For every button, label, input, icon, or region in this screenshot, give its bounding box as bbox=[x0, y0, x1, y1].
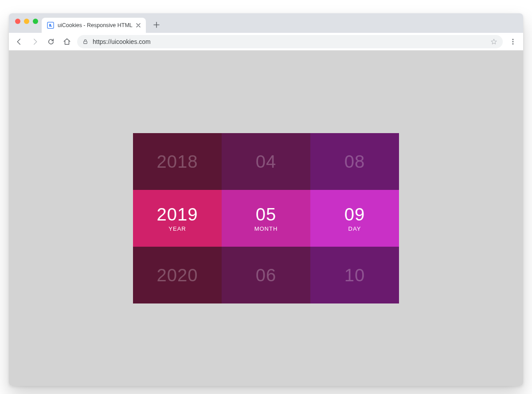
home-button[interactable] bbox=[61, 36, 73, 47]
window-minimize-button[interactable] bbox=[24, 19, 29, 24]
browser-toolbar: https://uicookies.com bbox=[9, 33, 523, 51]
month-label: MONTH bbox=[254, 225, 278, 232]
forward-button[interactable] bbox=[29, 36, 41, 47]
window-controls bbox=[12, 19, 42, 28]
tab-title: uiCookies - Responsive HTML bbox=[58, 22, 133, 28]
window-close-button[interactable] bbox=[15, 19, 20, 24]
year-next-cell[interactable]: 2020 bbox=[133, 247, 222, 303]
year-current-cell[interactable]: 2019 YEAR bbox=[133, 190, 222, 247]
back-button[interactable] bbox=[13, 36, 25, 47]
browser-window: uiCookies - Responsive HTML https://uico… bbox=[9, 13, 523, 386]
month-next-value: 06 bbox=[256, 265, 277, 285]
new-tab-button[interactable] bbox=[150, 19, 163, 31]
page-viewport: 2018 04 08 2019 YEAR 05 MONTH 09 DAY 202… bbox=[9, 51, 523, 386]
url-text: https://uicookies.com bbox=[93, 38, 486, 45]
day-prev-cell[interactable]: 08 bbox=[310, 133, 399, 190]
year-prev-cell[interactable]: 2018 bbox=[133, 133, 222, 190]
year-next-value: 2020 bbox=[157, 265, 198, 285]
month-current-value: 05 bbox=[256, 205, 277, 225]
month-prev-cell[interactable]: 04 bbox=[222, 133, 310, 190]
month-next-cell[interactable]: 06 bbox=[222, 247, 310, 303]
year-current-value: 2019 bbox=[157, 205, 198, 225]
month-prev-value: 04 bbox=[256, 152, 277, 172]
day-current-value: 09 bbox=[344, 205, 365, 225]
browser-menu-button[interactable] bbox=[507, 36, 519, 47]
tab-close-icon[interactable] bbox=[136, 23, 141, 28]
day-current-cell[interactable]: 09 DAY bbox=[310, 190, 399, 247]
address-bar[interactable]: https://uicookies.com bbox=[77, 35, 503, 48]
year-prev-value: 2018 bbox=[157, 152, 198, 172]
day-next-cell[interactable]: 10 bbox=[310, 247, 399, 303]
lock-icon bbox=[82, 39, 88, 44]
day-prev-value: 08 bbox=[344, 152, 365, 172]
day-label: DAY bbox=[348, 225, 361, 232]
bookmark-star-icon[interactable] bbox=[490, 38, 497, 45]
date-picker: 2018 04 08 2019 YEAR 05 MONTH 09 DAY 202… bbox=[133, 133, 399, 303]
year-label: YEAR bbox=[168, 225, 186, 232]
day-next-value: 10 bbox=[344, 265, 365, 285]
tab-strip: uiCookies - Responsive HTML bbox=[9, 13, 523, 33]
svg-point-4 bbox=[512, 43, 514, 44]
svg-point-2 bbox=[512, 39, 514, 40]
month-current-cell[interactable]: 05 MONTH bbox=[222, 190, 310, 247]
svg-point-3 bbox=[512, 41, 514, 42]
svg-rect-1 bbox=[84, 41, 87, 43]
window-maximize-button[interactable] bbox=[33, 19, 38, 24]
favicon-icon bbox=[47, 22, 54, 29]
reload-button[interactable] bbox=[45, 36, 57, 47]
browser-tab[interactable]: uiCookies - Responsive HTML bbox=[42, 18, 146, 33]
